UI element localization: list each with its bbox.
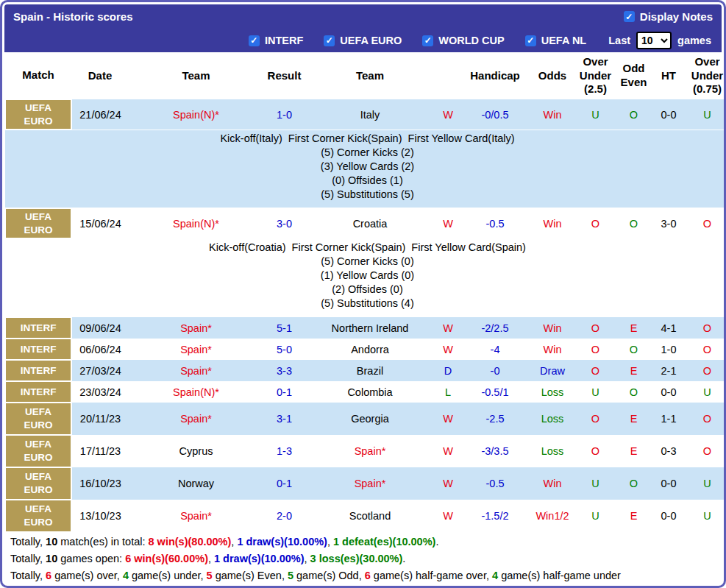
away-team: Brazil xyxy=(305,360,435,381)
over-under-25-result: O xyxy=(576,360,615,381)
match-note-line: (5) Substitutions (5) xyxy=(5,188,726,202)
halftime-score: 3-0 xyxy=(652,208,685,238)
over-under-25-result: U xyxy=(576,99,615,130)
over-under-075-result: O xyxy=(685,317,726,339)
away-team: Andorra xyxy=(305,339,435,360)
summary-segment: , xyxy=(327,536,333,548)
match-result: 2-0 xyxy=(263,500,305,532)
summary-segment: games open: xyxy=(57,553,125,564)
summary-line: Totally, 10 match(es) in total: 8 win(s)… xyxy=(4,533,722,550)
handicap-line: -0.5 xyxy=(461,208,529,238)
checkbox-checked-icon[interactable] xyxy=(525,35,536,46)
halftime-score: 0-0 xyxy=(652,467,685,500)
away-team: Northern Ireland xyxy=(305,317,435,339)
games-label: games xyxy=(677,35,711,46)
filter-uefa-euro[interactable]: UEFA EURO xyxy=(324,35,402,46)
column-header: Odds xyxy=(529,52,576,99)
match-date: 15/06/24 xyxy=(71,208,129,238)
handicap-result-letter: W xyxy=(435,435,461,467)
checkbox-checked-icon[interactable] xyxy=(324,35,335,46)
summary-segment: 4 xyxy=(123,570,129,581)
home-team: Spain(N)* xyxy=(129,381,263,403)
odd-even-result: O xyxy=(615,467,652,500)
home-team: Spain(N)* xyxy=(129,99,263,130)
summary-segment: 6 xyxy=(46,570,51,581)
filter-bar: INTERFUEFA EUROWORLD CUPUEFA NL Last 10 … xyxy=(4,29,722,52)
over-under-25-result: O xyxy=(576,403,615,435)
match-note-line: (5) Substitutions (4) xyxy=(5,297,726,311)
handicap-line: -2/2.5 xyxy=(461,317,529,339)
odd-even-result: O xyxy=(615,208,652,238)
handicap-line: -4 xyxy=(461,339,529,360)
handicap-result-letter: W xyxy=(435,317,461,339)
handicap-line: -1.5/2 xyxy=(461,500,529,532)
match-note-line: (0) Offsides (1) xyxy=(5,174,726,188)
historic-scores-panel: Spain - Historic scores Display Notes IN… xyxy=(0,0,726,588)
odds-result: Loss xyxy=(529,403,576,435)
odd-even-result: O xyxy=(615,381,652,403)
match-date: 06/06/24 xyxy=(71,339,129,360)
home-team: Spain(N)* xyxy=(129,208,263,238)
match-notes-row: Kick-off(Croatia) First Corner Kick(Spai… xyxy=(5,238,726,317)
handicap-result-letter: W xyxy=(435,500,461,532)
home-team: Norway xyxy=(129,467,263,500)
checkbox-checked-icon[interactable] xyxy=(422,35,433,46)
competition-badge: INTERF xyxy=(5,317,71,339)
odd-even-result: O xyxy=(615,99,652,130)
checkbox-checked-icon[interactable] xyxy=(624,11,635,22)
away-team: Croatia xyxy=(305,208,435,238)
handicap-line: -3/3.5 xyxy=(461,435,529,467)
match-date: 09/06/24 xyxy=(71,317,129,339)
match-row: UEFA EURO20/11/23Spain*3-1GeorgiaW-2.5Lo… xyxy=(5,403,726,435)
over-under-075-result: O xyxy=(685,208,726,238)
match-date: 17/11/23 xyxy=(71,435,129,467)
halftime-score: 0-0 xyxy=(652,99,685,130)
over-under-25-result: O xyxy=(576,339,615,360)
games-count-select[interactable]: 10 xyxy=(636,32,672,49)
summary-segment: Totally, xyxy=(10,553,46,564)
match-row: UEFA EURO21/06/24Spain(N)*1-0ItalyW-0/0.… xyxy=(5,99,726,130)
match-date: 27/03/24 xyxy=(71,360,129,381)
over-under-075-result: U xyxy=(685,467,726,500)
match-date: 13/10/23 xyxy=(71,500,129,532)
over-under-25-result: O xyxy=(576,435,615,467)
summary-segment: game(s) Odd, xyxy=(293,570,365,581)
match-row: UEFA EURO16/10/23Norway0-1Spain*W-0.5Win… xyxy=(5,467,726,500)
match-note-line: (1) Yellow Cards (0) xyxy=(5,269,726,283)
summary-segment: 1 draw(s)(10.00%) xyxy=(237,536,327,548)
match-date: 20/11/23 xyxy=(71,403,129,435)
summary-segment: 10 xyxy=(46,536,57,548)
filter-uefa-nl[interactable]: UEFA NL xyxy=(525,35,587,46)
summary-line: Totally, 6 game(s) over, 4 game(s) under… xyxy=(4,567,722,584)
summary-segment: 6 win(s)(60.00%) xyxy=(125,553,208,564)
match-date: 16/10/23 xyxy=(71,467,129,500)
competition-badge: UEFA EURO xyxy=(5,435,71,467)
odds-result: Win xyxy=(529,339,576,360)
match-row: INTERF09/06/24Spain*5-1Northern IrelandW… xyxy=(5,317,726,339)
match-result: 0-1 xyxy=(263,467,305,500)
home-team: Spain* xyxy=(129,317,263,339)
odds-result: Win xyxy=(529,99,576,130)
odd-even-result: E xyxy=(615,403,652,435)
checkbox-checked-icon[interactable] xyxy=(249,35,260,46)
match-note-line: (5) Corner Kicks (2) xyxy=(5,146,726,160)
summary-segment: game(s) half-game under xyxy=(498,570,621,581)
halftime-score: 2-1 xyxy=(652,360,685,381)
handicap-result-letter: W xyxy=(435,208,461,238)
table-header-row: MatchDateTeamResultTeamHandicapOddsOver … xyxy=(5,52,726,99)
odds-result: Loss xyxy=(529,381,576,403)
halftime-score: 0-3 xyxy=(652,435,685,467)
display-notes-toggle[interactable]: Display Notes xyxy=(624,10,713,23)
summary-segment: 6 xyxy=(365,570,371,581)
summary-segment: game(s) Even, xyxy=(213,570,288,581)
filter-world-cup[interactable]: WORLD CUP xyxy=(422,35,504,46)
away-team: Italy xyxy=(305,99,435,130)
match-row: UEFA EURO17/11/23Cyprus1-3Spain*W-3/3.5L… xyxy=(5,435,726,467)
handicap-line: -0.5 xyxy=(461,467,529,500)
handicap-line: -2.5 xyxy=(461,403,529,435)
competition-badge: INTERF xyxy=(5,360,71,381)
filter-interf[interactable]: INTERF xyxy=(249,35,303,46)
halftime-score: 0-0 xyxy=(652,381,685,403)
competition-badge: UEFA EURO xyxy=(5,500,71,532)
over-under-075-result: U xyxy=(685,381,726,403)
